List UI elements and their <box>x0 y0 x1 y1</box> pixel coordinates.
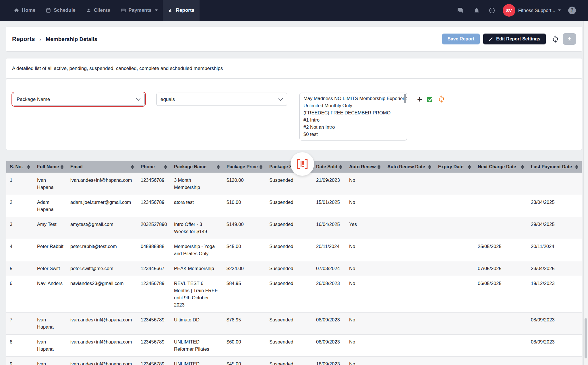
nav-item-payments[interactable]: Payments <box>115 0 163 21</box>
cell-package: Intro Offer - 3 Weeks for $149 <box>171 217 223 239</box>
cell-next_charge_date: 06/05/2025 <box>474 276 527 313</box>
nav-item-home[interactable]: Home <box>9 0 40 21</box>
add-filter-icon[interactable]: + <box>417 95 422 103</box>
table-row: 1Ivan Hapanaivan.andes+inf@hapana.com123… <box>6 173 582 195</box>
column-header-last_payment_date[interactable]: Last Payment Date <box>527 161 582 173</box>
package-options-listbox[interactable]: May Madness NO LIMITS Membership Experie… <box>299 93 407 140</box>
package-option[interactable]: $0 test <box>300 131 407 138</box>
package-option[interactable]: #1 Intro <box>300 116 407 124</box>
memberships-table-wrap: S. No.Full NameEmailPhonePackage NamePac… <box>6 161 582 365</box>
filter-action-icons: + <box>417 95 445 103</box>
sort-icon[interactable] <box>217 165 220 169</box>
cell-auto_renew_date <box>384 195 435 217</box>
cell-price: $45.00 <box>223 357 266 365</box>
save-report-button[interactable]: Save Report <box>442 34 480 44</box>
table-row: 2Adam Hapanaadam.joel.turner@gmail.com12… <box>6 195 582 217</box>
cell-price: $45.00 <box>223 239 266 261</box>
page-scrollbar-thumb[interactable] <box>585 318 587 358</box>
cell-price: $224.00 <box>223 261 266 276</box>
cell-last_payment_date: 29/04/2025 <box>527 217 582 239</box>
cell-price: $60.00 <box>223 335 266 357</box>
bell-icon[interactable] <box>473 7 480 14</box>
loading-spinner <box>291 152 314 176</box>
nav-right-tools: SV Fitness Support... ? <box>457 0 576 21</box>
sort-icon[interactable] <box>131 165 134 169</box>
cell-date_sold: 20/11/2024 <box>313 239 346 261</box>
table-row: 7Ivan Hapanaivan.andes+inf@hapana.com123… <box>6 313 582 335</box>
page-scrollbar[interactable] <box>583 21 588 365</box>
column-header-next_charge_date[interactable]: Next Charge Date <box>474 161 527 173</box>
package-option[interactable]: #2 Not an Intro <box>300 124 407 131</box>
clock-icon[interactable] <box>489 7 495 14</box>
cell-expiry_date <box>435 195 474 217</box>
column-header-sno[interactable]: S. No. <box>6 161 34 173</box>
cell-name: Ivan Hapana <box>34 173 67 195</box>
cell-expiry_date <box>435 217 474 239</box>
sort-icon[interactable] <box>260 165 262 169</box>
user-menu-name[interactable]: Fitness Support... <box>518 8 555 13</box>
chat-icon[interactable] <box>457 7 464 14</box>
cell-next_charge_date <box>474 357 527 365</box>
cell-auto_renew: No <box>346 195 384 217</box>
cell-date_sold: 15/01/2025 <box>313 195 346 217</box>
cell-next_charge_date <box>474 313 527 335</box>
cell-auto_renew_date <box>384 357 435 365</box>
sort-icon[interactable] <box>378 165 380 169</box>
sort-icon[interactable] <box>468 165 471 169</box>
cell-price: $84.95 <box>223 276 266 313</box>
column-label: Package Price <box>227 164 258 169</box>
sort-icon[interactable] <box>428 165 431 169</box>
nav-item-schedule[interactable]: Schedule <box>40 0 81 21</box>
table-row: 5Peter Swiftpeter.swift@me.com123445667P… <box>6 261 582 276</box>
sort-icon[interactable] <box>339 165 342 169</box>
cell-sno: 2 <box>6 195 34 217</box>
sort-icon[interactable] <box>61 165 63 169</box>
column-label: Package Name <box>174 164 206 169</box>
credit-card-icon <box>121 8 126 13</box>
package-option[interactable]: (FREEDEC) FREE DECEMBER PROMO <box>300 109 407 116</box>
column-header-phone[interactable]: Phone <box>137 161 171 173</box>
package-option[interactable]: May Madness NO LIMITS Membership Experie… <box>300 95 407 102</box>
cell-next_charge_date <box>474 195 527 217</box>
edit-report-settings-button[interactable]: Edit Report Settings <box>483 34 546 44</box>
refresh-report-icon[interactable] <box>552 35 559 43</box>
column-header-auto_renew[interactable]: Auto Renew <box>346 161 384 173</box>
cell-email: peter.rabbit@test.com <box>67 239 137 261</box>
breadcrumb-reports-link[interactable]: Reports <box>12 36 35 42</box>
apply-filter-check-icon[interactable] <box>426 95 434 103</box>
column-header-expiry_date[interactable]: Expiry Date <box>435 161 474 173</box>
cell-price: $149.00 <box>223 217 266 239</box>
sort-icon[interactable] <box>164 165 167 169</box>
cell-package: atora test <box>171 195 223 217</box>
cell-sno: 9 <box>6 357 34 365</box>
help-icon[interactable]: ? <box>568 7 576 14</box>
reset-filter-refresh-icon[interactable] <box>438 95 445 103</box>
download-report-button[interactable] <box>563 33 576 45</box>
column-header-date_sold[interactable]: Date Sold <box>313 161 346 173</box>
cell-expiry_date <box>435 173 474 195</box>
listbox-scrollbar[interactable] <box>404 94 406 103</box>
package-option[interactable]: Unlimited Monthly Only <box>300 102 407 109</box>
column-header-name[interactable]: Full Name <box>34 161 67 173</box>
filter-operator-select[interactable]: equals <box>156 93 287 106</box>
sort-icon[interactable] <box>521 165 524 169</box>
cell-expiry_date <box>435 276 474 313</box>
column-header-auto_renew_date[interactable]: Auto Renew Date <box>384 161 435 173</box>
user-avatar[interactable]: SV <box>503 4 515 17</box>
nav-item-reports[interactable]: Reports <box>163 0 200 21</box>
column-label: Email <box>70 164 83 169</box>
column-header-email[interactable]: Email <box>67 161 137 173</box>
filter-field-select[interactable]: Package Name <box>13 93 145 106</box>
cell-status: Suspended <box>266 261 313 276</box>
cell-name: Adam Hapana <box>34 195 67 217</box>
cell-status: Suspended <box>266 173 313 195</box>
sort-icon[interactable] <box>27 165 30 169</box>
cell-auto_renew_date <box>384 173 435 195</box>
cell-date_sold: 26/08/2023 <box>313 276 346 313</box>
sort-icon[interactable] <box>575 165 578 169</box>
nav-item-clients[interactable]: Clients <box>81 0 115 21</box>
breadcrumb-separator: › <box>39 36 41 42</box>
column-header-package[interactable]: Package Name <box>171 161 223 173</box>
cell-status: Suspended <box>266 239 313 261</box>
column-header-price[interactable]: Package Price <box>223 161 266 173</box>
